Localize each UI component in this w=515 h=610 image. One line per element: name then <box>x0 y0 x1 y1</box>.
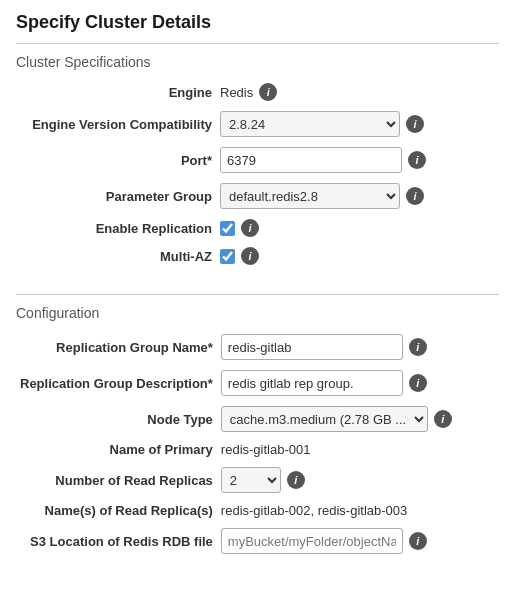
field-label-enable-replication: Enable Replication <box>16 214 216 242</box>
field-label-node-type: Node Type <box>16 401 217 437</box>
node-type-select[interactable]: cache.m3.medium (2.78 GB ... <box>221 406 428 432</box>
field-label-engine: Engine <box>16 78 216 106</box>
replication-group-desc-info-icon[interactable]: i <box>409 374 427 392</box>
field-label-s3-location: S3 Location of Redis RDB file <box>16 523 217 559</box>
multi-az-info-icon[interactable]: i <box>241 247 259 265</box>
field-label-parameter-group: Parameter Group <box>16 178 216 214</box>
field-value-replication-group-name: i <box>217 329 499 365</box>
parameter-group-select[interactable]: default.redis2.8 <box>220 183 400 209</box>
field-value-read-replicas: 2 i <box>217 462 499 498</box>
field-value-multi-az: i <box>216 242 499 270</box>
field-value-parameter-group: default.redis2.8 i <box>216 178 499 214</box>
table-row: Replication Group Name* i <box>16 329 499 365</box>
replication-group-name-info-icon[interactable]: i <box>409 338 427 356</box>
field-value-s3-location: i <box>217 523 499 559</box>
field-label-port: Port* <box>16 142 216 178</box>
table-row: Name of Primary redis-gitlab-001 <box>16 437 499 462</box>
port-input[interactable] <box>220 147 402 173</box>
field-label-read-replica-names: Name(s) of Read Replica(s) <box>16 498 217 523</box>
table-row: Multi-AZ i <box>16 242 499 270</box>
replication-group-desc-input[interactable] <box>221 370 403 396</box>
table-row: Enable Replication i <box>16 214 499 242</box>
table-row: S3 Location of Redis RDB file i <box>16 523 499 559</box>
table-row: Port* i <box>16 142 499 178</box>
enable-replication-info-icon[interactable]: i <box>241 219 259 237</box>
field-value-name-of-primary: redis-gitlab-001 <box>217 437 499 462</box>
section-divider <box>16 43 499 44</box>
table-row: Parameter Group default.redis2.8 i <box>16 178 499 214</box>
read-replica-names-value: redis-gitlab-002, redis-gitlab-003 <box>221 503 407 518</box>
field-label-engine-version: Engine Version Compatibility <box>16 106 216 142</box>
field-value-replication-group-desc: i <box>217 365 499 401</box>
table-row: Engine Redis i <box>16 78 499 106</box>
field-value-engine-version: 2.8.24 i <box>216 106 499 142</box>
cluster-specifications-title: Cluster Specifications <box>16 54 499 70</box>
table-row: Replication Group Description* i <box>16 365 499 401</box>
section-spacer <box>16 278 499 294</box>
table-row: Name(s) of Read Replica(s) redis-gitlab-… <box>16 498 499 523</box>
engine-version-info-icon[interactable]: i <box>406 115 424 133</box>
cluster-specifications-section: Cluster Specifications Engine Redis i En… <box>16 54 499 270</box>
engine-value: Redis <box>220 85 253 100</box>
engine-info-icon[interactable]: i <box>259 83 277 101</box>
field-label-name-of-primary: Name of Primary <box>16 437 217 462</box>
name-of-primary-value: redis-gitlab-001 <box>221 442 311 457</box>
field-value-enable-replication: i <box>216 214 499 242</box>
field-label-multi-az: Multi-AZ <box>16 242 216 270</box>
cluster-specifications-table: Engine Redis i Engine Version Compatibil… <box>16 78 499 270</box>
field-label-replication-group-name: Replication Group Name* <box>16 329 217 365</box>
read-replicas-info-icon[interactable]: i <box>287 471 305 489</box>
node-type-info-icon[interactable]: i <box>434 410 452 428</box>
port-info-icon[interactable]: i <box>408 151 426 169</box>
read-replicas-select[interactable]: 2 <box>221 467 281 493</box>
parameter-group-info-icon[interactable]: i <box>406 187 424 205</box>
field-value-port: i <box>216 142 499 178</box>
field-value-engine: Redis i <box>216 78 499 106</box>
table-row: Engine Version Compatibility 2.8.24 i <box>16 106 499 142</box>
table-row: Node Type cache.m3.medium (2.78 GB ... i <box>16 401 499 437</box>
field-label-read-replicas: Number of Read Replicas <box>16 462 217 498</box>
s3-location-input[interactable] <box>221 528 403 554</box>
field-value-node-type: cache.m3.medium (2.78 GB ... i <box>217 401 499 437</box>
section-divider-2 <box>16 294 499 295</box>
configuration-table: Replication Group Name* i Replication Gr… <box>16 329 499 559</box>
configuration-title: Configuration <box>16 305 499 321</box>
s3-location-info-icon[interactable]: i <box>409 532 427 550</box>
page-title: Specify Cluster Details <box>16 12 499 33</box>
field-value-read-replica-names: redis-gitlab-002, redis-gitlab-003 <box>217 498 499 523</box>
multi-az-checkbox[interactable] <box>220 249 235 264</box>
replication-group-name-input[interactable] <box>221 334 403 360</box>
configuration-section: Configuration Replication Group Name* i … <box>16 305 499 559</box>
engine-version-select[interactable]: 2.8.24 <box>220 111 400 137</box>
field-label-replication-group-desc: Replication Group Description* <box>16 365 217 401</box>
enable-replication-checkbox[interactable] <box>220 221 235 236</box>
table-row: Number of Read Replicas 2 i <box>16 462 499 498</box>
